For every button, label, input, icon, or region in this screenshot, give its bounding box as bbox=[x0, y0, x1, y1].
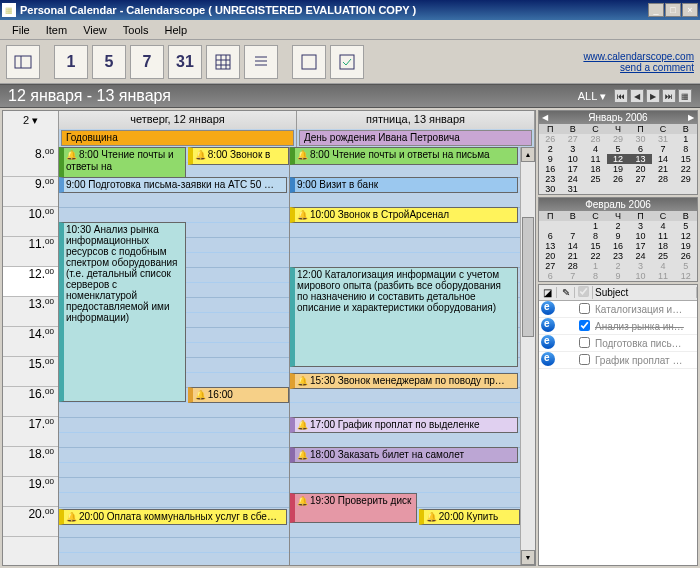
menu-tools[interactable]: Tools bbox=[115, 22, 157, 38]
calendar-day[interactable] bbox=[562, 221, 585, 231]
calendar-event[interactable]: 🔔17:00 График проплат по выделенке bbox=[290, 417, 518, 433]
col-done[interactable] bbox=[575, 286, 593, 299]
calendar-day[interactable]: 7 bbox=[562, 271, 585, 281]
prev-month-button[interactable]: ◀ bbox=[539, 113, 551, 122]
scrollbar-vertical[interactable]: ▲ ▼ bbox=[520, 147, 535, 565]
calendar-day[interactable]: 16 bbox=[607, 241, 630, 251]
calendar-event[interactable]: 🔔15:30 Звонок менеджерам по поводу пр… bbox=[290, 373, 518, 389]
calendar-day[interactable]: 13 bbox=[629, 154, 652, 164]
calendar-day[interactable]: 4 bbox=[652, 261, 675, 271]
nav-first-button[interactable]: ⏮ bbox=[614, 89, 628, 103]
calendar-day[interactable]: 2 bbox=[607, 261, 630, 271]
close-button[interactable]: × bbox=[682, 3, 698, 17]
calendar-day[interactable]: 25 bbox=[652, 251, 675, 261]
col-icon[interactable]: ◪ bbox=[539, 287, 557, 298]
calendar-day[interactable]: 4 bbox=[652, 221, 675, 231]
calendar-day[interactable]: 28 bbox=[584, 134, 607, 144]
task-checkbox[interactable] bbox=[579, 320, 590, 331]
scroll-down-button[interactable]: ▼ bbox=[521, 550, 535, 565]
calendar-day[interactable]: 31 bbox=[652, 134, 675, 144]
calendar-day[interactable]: 29 bbox=[607, 134, 630, 144]
calendar-day[interactable]: 11 bbox=[652, 231, 675, 241]
minimize-button[interactable]: _ bbox=[648, 3, 664, 17]
calendar-day[interactable]: 8 bbox=[584, 271, 607, 281]
calendar-day[interactable]: 12 bbox=[674, 271, 697, 281]
calendar-day[interactable] bbox=[539, 221, 562, 231]
nav-grid-button[interactable]: ▦ bbox=[678, 89, 692, 103]
calendar-day[interactable]: 8 bbox=[584, 231, 607, 241]
calendar-event[interactable]: 🔔10:00 Звонок в СтройАрсенал bbox=[290, 207, 518, 223]
view-31day-button[interactable]: 31 bbox=[168, 45, 202, 79]
calendar-event[interactable]: 10:30 Анализ рынка информационных ресурс… bbox=[59, 222, 186, 402]
view-5day-button[interactable]: 5 bbox=[92, 45, 126, 79]
calendar-day[interactable]: 3 bbox=[629, 221, 652, 231]
calendar-day[interactable]: 1 bbox=[584, 261, 607, 271]
blank-view-button[interactable] bbox=[292, 45, 326, 79]
allday-event[interactable]: Годовщина bbox=[61, 130, 294, 146]
calendar-day[interactable]: 26 bbox=[674, 251, 697, 261]
calendar-day[interactable]: 21 bbox=[652, 164, 675, 174]
calendar-day[interactable]: 20 bbox=[539, 251, 562, 261]
task-row[interactable]: Каталогизация и… bbox=[539, 301, 697, 318]
view-7day-button[interactable]: 7 bbox=[130, 45, 164, 79]
calendar-day[interactable]: 9 bbox=[539, 154, 562, 164]
list-view-button[interactable] bbox=[244, 45, 278, 79]
calendar-day[interactable]: 12 bbox=[674, 231, 697, 241]
task-view-button[interactable] bbox=[330, 45, 364, 79]
calendar-event[interactable]: 9:00 Визит в банк bbox=[290, 177, 518, 193]
calendar-day[interactable]: 28 bbox=[652, 174, 675, 184]
calendar-day[interactable]: 1 bbox=[584, 221, 607, 231]
calendar-day[interactable]: 14 bbox=[652, 154, 675, 164]
calendar-day[interactable]: 19 bbox=[607, 164, 630, 174]
category-filter[interactable]: ALL ▾ bbox=[578, 90, 606, 103]
calendar-day[interactable] bbox=[607, 184, 630, 194]
calendar-day[interactable]: 29 bbox=[674, 174, 697, 184]
calendar-day[interactable]: 5 bbox=[674, 221, 697, 231]
task-row[interactable]: Подготовка пись… bbox=[539, 335, 697, 352]
col-subject[interactable]: Subject bbox=[593, 287, 697, 298]
maximize-button[interactable]: □ bbox=[665, 3, 681, 17]
col-attach[interactable]: ✎ bbox=[557, 287, 575, 298]
calendar-day[interactable]: 22 bbox=[584, 251, 607, 261]
task-row[interactable]: График проплат … bbox=[539, 352, 697, 369]
calendar-day[interactable]: 7 bbox=[562, 231, 585, 241]
calendar-day[interactable]: 10 bbox=[562, 154, 585, 164]
view-1day-button[interactable]: 1 bbox=[54, 45, 88, 79]
calendar-day[interactable]: 18 bbox=[584, 164, 607, 174]
task-checkbox[interactable] bbox=[579, 303, 590, 314]
calendar-event[interactable]: 🔔8:00 Чтение почты и ответы на письма bbox=[290, 147, 518, 165]
calendar-event[interactable]: 12:00 Каталогизация информации с учетом … bbox=[290, 267, 518, 367]
calendar-day[interactable]: 21 bbox=[562, 251, 585, 261]
calendar-day[interactable]: 23 bbox=[607, 251, 630, 261]
calendar-day[interactable]: 26 bbox=[607, 174, 630, 184]
calendar-day[interactable]: 3 bbox=[562, 144, 585, 154]
calendar-day[interactable]: 6 bbox=[539, 271, 562, 281]
calendar-day[interactable]: 27 bbox=[539, 261, 562, 271]
calendar-day[interactable] bbox=[674, 184, 697, 194]
calendar-day[interactable]: 30 bbox=[629, 134, 652, 144]
menu-view[interactable]: View bbox=[75, 22, 115, 38]
calendar-day[interactable]: 2 bbox=[539, 144, 562, 154]
task-checkbox[interactable] bbox=[579, 354, 590, 365]
calendar-day[interactable]: 14 bbox=[562, 241, 585, 251]
calendar-day[interactable] bbox=[629, 184, 652, 194]
menu-help[interactable]: Help bbox=[156, 22, 195, 38]
calendar-day[interactable]: 9 bbox=[607, 271, 630, 281]
calendar-day[interactable]: 12 bbox=[607, 154, 630, 164]
calendar-day[interactable]: 1 bbox=[674, 134, 697, 144]
calendar-day[interactable]: 22 bbox=[674, 164, 697, 174]
day-column-1[interactable]: 🔔8:00 Чтение почты и ответы на🔔8:00 Звон… bbox=[59, 147, 290, 565]
calendar-event[interactable]: 🔔8:00 Звонок в се… bbox=[188, 147, 289, 165]
calendar-day[interactable]: 28 bbox=[562, 261, 585, 271]
menu-file[interactable]: File bbox=[4, 22, 38, 38]
task-checkbox[interactable] bbox=[579, 337, 590, 348]
calendar-day[interactable]: 6 bbox=[629, 144, 652, 154]
task-row[interactable]: Анализ рынка ин… bbox=[539, 318, 697, 335]
calendar-day[interactable]: 11 bbox=[652, 271, 675, 281]
calendar-day[interactable]: 10 bbox=[629, 231, 652, 241]
day-header-1[interactable]: четверг, 12 января bbox=[59, 111, 297, 129]
day-column-2[interactable]: 🔔8:00 Чтение почты и ответы на письма9:0… bbox=[290, 147, 520, 565]
calendar-day[interactable] bbox=[584, 184, 607, 194]
calendar-day[interactable]: 9 bbox=[607, 231, 630, 241]
calendar-day[interactable]: 19 bbox=[674, 241, 697, 251]
